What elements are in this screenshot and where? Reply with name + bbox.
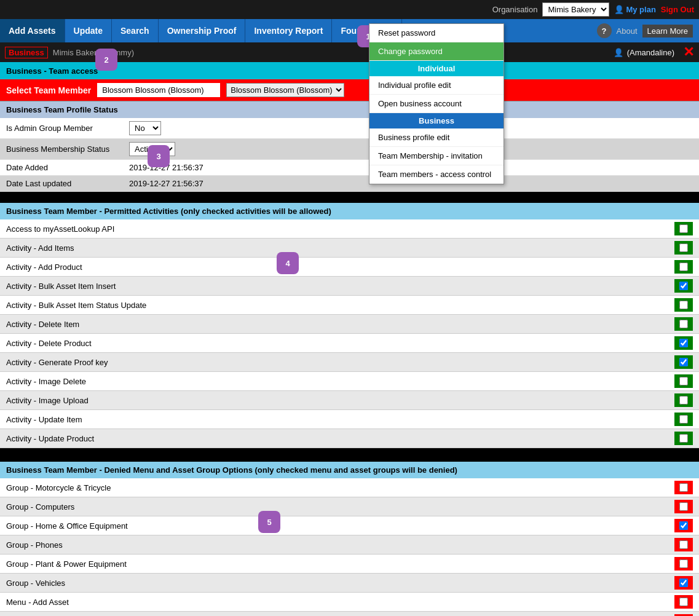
activity-name: Activity - Update Product xyxy=(6,434,674,443)
denied-checkbox-2[interactable] xyxy=(674,519,693,532)
person-icon: 👤 xyxy=(614,5,624,14)
activity-checkbox-4[interactable] xyxy=(674,298,693,312)
activity-checkbox-3[interactable] xyxy=(674,279,693,293)
activity-checkbox-6[interactable] xyxy=(674,336,693,350)
activity-row: Activity - Image Upload xyxy=(0,391,699,410)
select-member-dropdown[interactable]: Blossom Blossom (Blossom) xyxy=(226,83,344,97)
denied-name: Group - Plant & Power Equipment xyxy=(6,559,674,569)
activities-header: Business Team Member - Permitted Activit… xyxy=(0,203,699,219)
denied-row: Group - Plant & Power Equipment xyxy=(0,555,699,574)
form-row-admin: Is Admin Group Member No Yes xyxy=(0,118,699,139)
activity-name: Activity - Bulk Asset Item Insert xyxy=(6,282,674,291)
dropdown-business-profile[interactable]: Business profile edit xyxy=(369,128,504,147)
team-profile-status: Business Team Profile Status Is Admin Gr… xyxy=(0,101,699,192)
sign-out-button[interactable]: Sign Out xyxy=(661,5,694,14)
date-updated-label: Date Last updated xyxy=(6,179,129,188)
denied-checkbox-0[interactable] xyxy=(674,481,693,494)
denied-checkbox-4[interactable] xyxy=(674,557,693,571)
dropdown-open-business[interactable]: Open business account xyxy=(369,95,504,113)
denied-name: Menu - Add Asset xyxy=(6,598,674,607)
denied-header: Business Team Member - Denied Menu and A… xyxy=(0,462,699,478)
denied-row: Group - Vehicles xyxy=(0,574,699,593)
nav-add-assets[interactable]: Add Assets xyxy=(0,19,65,42)
denied-row: Menu - Inventory Report xyxy=(0,612,699,616)
learn-more-link[interactable]: Learn More xyxy=(642,25,693,38)
date-updated-value: 2019-12-27 21:56:37 xyxy=(129,179,203,188)
activity-row: Activity - Add Items xyxy=(0,239,699,258)
denied-checkbox-3[interactable] xyxy=(674,538,693,551)
select-member-label: Select Team Member xyxy=(6,85,91,95)
activity-checkbox-10[interactable] xyxy=(674,413,693,426)
denied-row: Group - Phones xyxy=(0,535,699,555)
activity-row: Activity - Image Delete xyxy=(0,372,699,391)
activity-row: Activity - Update Item xyxy=(0,410,699,429)
activity-row: Activity - Delete Product xyxy=(0,334,699,353)
form-row-membership: Business Membership Status Active Inacti… xyxy=(0,139,699,160)
activity-checkbox-9[interactable] xyxy=(674,393,693,407)
org-name-label: Mimis Bakery (yummy) xyxy=(53,48,134,57)
activity-row: Activity - Generate Proof key xyxy=(0,353,699,372)
admin-select[interactable]: No Yes xyxy=(129,121,161,135)
dropdown-menu: Reset password Change password Individua… xyxy=(369,23,504,184)
section-title: Business - Team access xyxy=(6,66,98,76)
help-button[interactable]: ? xyxy=(597,23,612,38)
denied-name: Group - Phones xyxy=(6,540,674,550)
activity-row: Access to myAssetLookup API xyxy=(0,219,699,239)
nav-search[interactable]: Search xyxy=(112,19,159,42)
dropdown-individual-profile[interactable]: Individual profile edit xyxy=(369,76,504,95)
dropdown-change-password[interactable]: Change password xyxy=(369,42,504,61)
form-row-date-updated: Date Last updated 2019-12-27 21:56:37 xyxy=(0,176,699,192)
user-icon: 👤 xyxy=(614,48,623,57)
dropdown-individual-section: Individual xyxy=(369,61,504,76)
dropdown-business-section: Business xyxy=(369,113,504,128)
denied-name: Group - Computers xyxy=(6,502,674,511)
activity-name: Activity - Delete Item xyxy=(6,320,674,329)
my-plan-link[interactable]: 👤 My plan xyxy=(614,5,655,14)
activity-checkbox-7[interactable] xyxy=(674,355,693,369)
activity-checkbox-1[interactable] xyxy=(674,241,693,255)
close-button[interactable]: ✕ xyxy=(683,44,694,60)
form-row-date-added: Date Added 2019-12-27 21:56:37 xyxy=(0,160,699,176)
dropdown-team-membership[interactable]: Team Membership - invitation xyxy=(369,147,504,165)
dropdown-reset-password[interactable]: Reset password xyxy=(369,24,504,42)
denied-checkbox-6[interactable] xyxy=(674,595,693,609)
activity-row: Activity - Bulk Asset Item Insert xyxy=(0,277,699,296)
denied-name: Group - Vehicles xyxy=(6,578,674,588)
top-bar: Organisation Mimis Bakery 👤 My plan Sign… xyxy=(0,0,699,19)
annotation-2: 2 xyxy=(95,49,117,71)
activity-checkbox-2[interactable] xyxy=(674,260,693,274)
activity-checkbox-11[interactable] xyxy=(674,432,693,445)
denied-row: Group - Computers xyxy=(0,497,699,516)
activity-name: Access to myAssetLookup API xyxy=(6,224,674,234)
annotation-5: 5 xyxy=(258,511,280,533)
activity-name: Activity - Delete Product xyxy=(6,339,674,348)
activity-row: Activity - Add Product xyxy=(0,258,699,277)
denied-section: Business Team Member - Denied Menu and A… xyxy=(0,462,699,616)
nav-update[interactable]: Update xyxy=(65,19,112,42)
denied-row: Menu - Add Asset xyxy=(0,593,699,612)
select-member-input[interactable] xyxy=(97,83,220,97)
select-member-row: Select Team Member Blossom Blossom (Blos… xyxy=(0,79,699,101)
nav-inventory-report[interactable]: Inventory Report xyxy=(245,19,332,42)
breadcrumb-business[interactable]: Business xyxy=(5,47,48,58)
denied-row: Group - Home & Office Equipment xyxy=(0,516,699,535)
denied-checkbox-5[interactable] xyxy=(674,576,693,590)
org-select[interactable]: Mimis Bakery xyxy=(542,2,609,17)
dropdown-team-access[interactable]: Team members - access control xyxy=(369,165,504,184)
org-label: Organisation xyxy=(492,5,538,14)
activity-checkbox-8[interactable] xyxy=(674,374,693,388)
activity-checkbox-0[interactable] xyxy=(674,222,693,235)
main-content: Business - Team access 1 Select Team Mem… xyxy=(0,62,699,616)
nav-ownership-proof[interactable]: Ownership Proof xyxy=(159,19,246,42)
annotation-4: 4 xyxy=(277,252,299,274)
activity-checkbox-5[interactable] xyxy=(674,317,693,331)
denied-row: Group - Motorcycle & Tricycle xyxy=(0,478,699,497)
activity-name: Activity - Add Product xyxy=(6,263,674,272)
activity-row: Activity - Bulk Asset Item Status Update xyxy=(0,296,699,315)
activity-row: Activity - Update Product xyxy=(0,429,699,448)
denied-checkbox-1[interactable] xyxy=(674,500,693,513)
about-link[interactable]: About xyxy=(617,26,638,36)
user-name: (Amandaline) xyxy=(627,48,674,57)
membership-label: Business Membership Status xyxy=(6,144,129,154)
denied-name: Group - Motorcycle & Tricycle xyxy=(6,483,674,492)
